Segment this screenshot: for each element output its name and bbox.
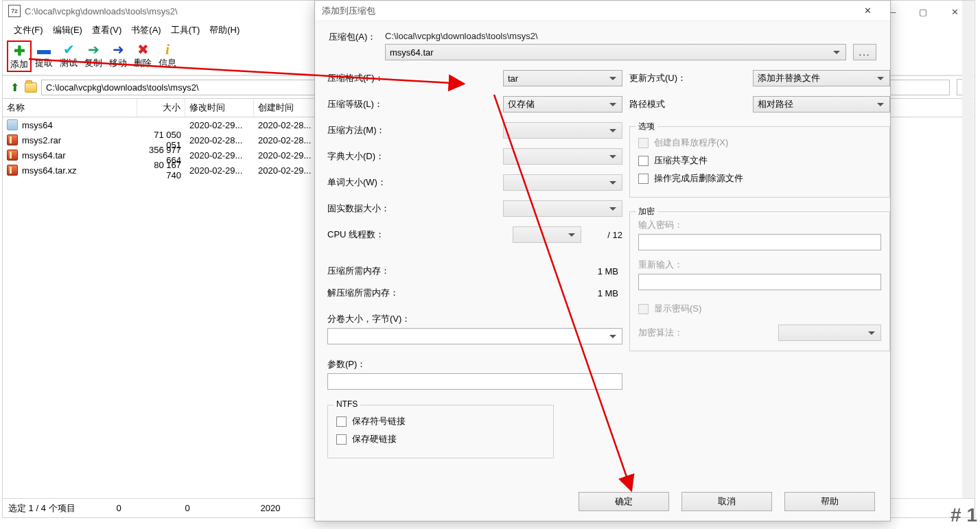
update-combo[interactable]: 添加并替换文件 xyxy=(753,70,890,86)
status-selected: 选定 1 / 4 个项目 xyxy=(8,502,117,515)
x-icon: ✖ xyxy=(130,42,155,57)
file-modified: 2020-02-29... xyxy=(185,165,254,176)
opt-deletesrc-checkbox[interactable]: 操作完成后删除源文件 xyxy=(638,169,881,187)
split-combo[interactable] xyxy=(327,328,622,344)
col-created[interactable]: 创建时间 xyxy=(254,99,323,117)
toolbar-delete-button[interactable]: ✖ 删除 xyxy=(130,42,155,72)
enc-legend: 加密 xyxy=(635,206,657,218)
level-value: 仅存储 xyxy=(508,98,535,110)
hash-annotation: # 1 xyxy=(950,504,977,526)
col-size[interactable]: 大小 xyxy=(137,99,185,117)
format-combo[interactable]: tar xyxy=(503,70,622,86)
mem-comp-value: 1 MB xyxy=(598,266,622,277)
archive-name-value: msys64.tar xyxy=(390,47,434,58)
toolbar-test-button[interactable]: ✔ 测试 xyxy=(56,42,81,72)
menu-bookmarks[interactable]: 书签(A) xyxy=(127,23,165,38)
opt-sfx-label: 创建自释放程序(X) xyxy=(654,137,728,149)
menu-tools[interactable]: 工具(T) xyxy=(167,23,205,38)
file-size: 80 167 740 xyxy=(137,160,185,180)
window-title: C:\local\vcpkg\downloads\tools\msys2\ xyxy=(25,6,178,16)
status-c1: 0 xyxy=(185,503,261,513)
folder-icon xyxy=(7,119,18,130)
opt-deletesrc-label: 操作完成后删除源文件 xyxy=(654,172,743,185)
toolbar-extract-button[interactable]: ▬ 提取 xyxy=(32,42,56,72)
params-label: 参数(P)： xyxy=(327,358,622,371)
menu-view[interactable]: 查看(V) xyxy=(88,23,126,38)
toolbar-add-button[interactable]: ✚ 添加 xyxy=(7,40,32,72)
cancel-button[interactable]: 取消 xyxy=(681,492,772,511)
menu-help[interactable]: 帮助(H) xyxy=(205,23,244,38)
ok-button[interactable]: 确定 xyxy=(579,492,669,511)
scrollbar[interactable] xyxy=(962,1,974,498)
archive-icon xyxy=(7,150,18,161)
archive-path: C:\local\vcpkg\downloads\tools\msys2\ xyxy=(385,31,876,41)
file-modified: 2020-02-28... xyxy=(185,135,254,145)
threads-combo[interactable] xyxy=(513,226,581,243)
enc-pass-label: 输入密码： xyxy=(638,219,881,231)
dialog-buttons: 确定 取消 帮助 xyxy=(579,492,875,511)
dialog-close-button[interactable]: ✕ xyxy=(852,1,883,21)
opt-shared-label: 压缩共享文件 xyxy=(654,154,708,167)
archive-name-combo[interactable]: msys64.tar xyxy=(385,44,846,60)
encryption-group: 加密 输入密码： 重新输入： 显示密码(S) 加密算法： xyxy=(629,211,890,351)
toolbar-delete-label: 删除 xyxy=(130,57,155,69)
level-combo[interactable]: 仅存储 xyxy=(503,96,622,113)
check-icon: ✔ xyxy=(56,42,81,57)
toolbar-copy-button[interactable]: ➔ 复制 xyxy=(81,42,106,72)
up-icon[interactable]: ⬆ xyxy=(8,81,21,93)
threads-label: CPU 线程数： xyxy=(327,228,417,241)
toolbar-test-label: 测试 xyxy=(56,57,81,69)
update-label: 更新方式(U)： xyxy=(629,72,705,84)
plus-icon: ✚ xyxy=(8,43,30,58)
ntfs-symlink-checkbox[interactable]: 保存符号链接 xyxy=(336,412,545,430)
toolbar-move-label: 移动 xyxy=(106,57,130,69)
ntfs-legend: NTFS xyxy=(334,399,360,409)
solid-combo[interactable] xyxy=(503,200,622,217)
toolbar-move-button[interactable]: ➜ 移动 xyxy=(106,42,130,72)
enc-pass-input[interactable] xyxy=(638,234,881,250)
toolbar-info-button[interactable]: i 信息 xyxy=(155,42,180,72)
method-combo[interactable] xyxy=(503,122,622,139)
update-value: 添加并替换文件 xyxy=(758,72,820,84)
method-label: 压缩方法(M)： xyxy=(327,124,417,137)
file-name: msys2.rar xyxy=(22,135,61,145)
params-input[interactable] xyxy=(327,373,622,390)
split-label: 分卷大小，字节(V)： xyxy=(327,313,622,325)
dialog-titlebar: 添加到压缩包 ✕ xyxy=(315,1,890,21)
dict-combo[interactable] xyxy=(503,148,622,165)
browse-button[interactable]: ... xyxy=(853,44,876,60)
arrow-right-bold-icon: ➜ xyxy=(106,42,130,57)
col-name[interactable]: 名称 xyxy=(3,99,137,117)
enc-pass2-label: 重新输入： xyxy=(638,259,881,271)
file-created: 2020-02-28... xyxy=(254,135,323,145)
arrow-right-icon: ➔ xyxy=(81,42,106,57)
pathmode-value: 相对路径 xyxy=(758,98,793,110)
menu-file[interactable]: 文件(F) xyxy=(10,23,47,38)
ntfs-group: NTFS 保存符号链接 保存硬链接 xyxy=(327,405,554,458)
enc-pass2-input[interactable] xyxy=(638,274,881,290)
menu-edit[interactable]: 编辑(E) xyxy=(49,23,86,38)
level-label: 压缩等级(L)： xyxy=(327,98,417,110)
format-value: tar xyxy=(508,73,518,84)
enc-method-combo xyxy=(778,325,881,341)
col-modified[interactable]: 修改时间 xyxy=(185,99,254,117)
toolbar-extract-label: 提取 xyxy=(32,57,56,69)
dict-label: 字典大小(D)： xyxy=(327,150,417,163)
pathmode-label: 路径模式 xyxy=(629,98,705,110)
file-name: msys64 xyxy=(22,120,53,130)
word-combo[interactable] xyxy=(503,174,622,191)
word-label: 单词大小(W)： xyxy=(327,176,417,189)
file-created: 2020-02-29... xyxy=(254,165,323,176)
ntfs-symlink-label: 保存符号链接 xyxy=(352,415,406,427)
help-button[interactable]: 帮助 xyxy=(784,492,875,511)
file-created: 2020-02-29... xyxy=(254,150,323,161)
mem-decomp-value: 1 MB xyxy=(598,288,622,298)
info-icon: i xyxy=(155,42,180,57)
mem-decomp-label: 解压缩所需内存： xyxy=(327,287,399,299)
ntfs-hardlink-checkbox[interactable]: 保存硬链接 xyxy=(336,430,545,448)
opt-shared-checkbox[interactable]: 压缩共享文件 xyxy=(638,152,881,169)
pathmode-combo[interactable]: 相对路径 xyxy=(753,96,890,113)
maximize-button[interactable]: ▢ xyxy=(907,3,939,20)
file-name: msys64.tar.xz xyxy=(22,165,76,176)
mem-comp-label: 压缩所需内存： xyxy=(327,265,390,277)
